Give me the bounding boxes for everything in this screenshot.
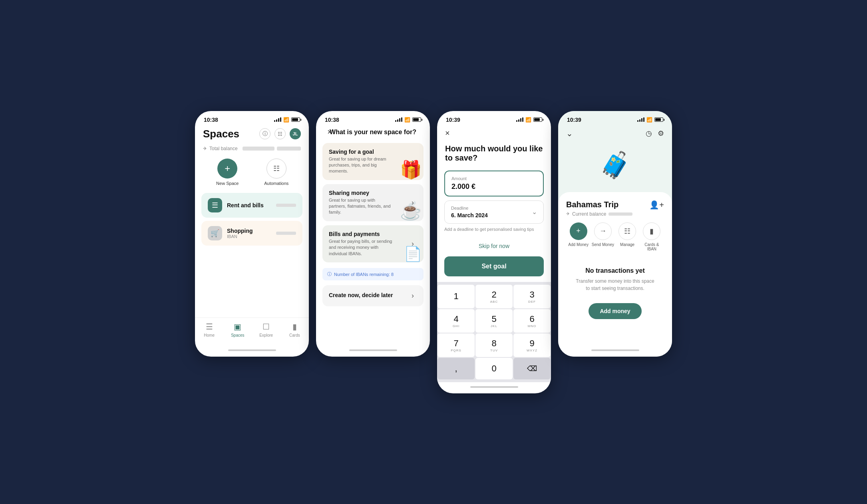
shopping-info: Shopping IBAN xyxy=(227,228,271,239)
no-transactions-section: No transactions yet Transfer some money … xyxy=(566,259,664,298)
screen3-question: How much would you like to save? xyxy=(437,142,551,169)
back-button[interactable]: × xyxy=(445,129,450,138)
rent-amount xyxy=(276,204,296,207)
iban-info-text: Number of IBANs remaining: 8 xyxy=(334,272,394,277)
option-saving[interactable]: Saving for a goal Great for saving up fo… xyxy=(322,143,424,180)
add-icon: + xyxy=(217,159,237,179)
new-space-action[interactable]: + New Space xyxy=(203,159,252,186)
status-bar-1: 10:38 📶 xyxy=(195,111,309,126)
add-money-button[interactable]: Add money xyxy=(589,303,641,319)
amount-field[interactable]: Amount 2.000 € xyxy=(444,171,544,196)
saving-desc: Great for saving up for dream purchases,… xyxy=(329,156,393,175)
deadline-chevron-icon: ⌄ xyxy=(532,208,537,216)
bills-title: Bills and payments xyxy=(329,231,408,237)
nav-explore-label: Explore xyxy=(259,333,273,337)
nav-explore[interactable]: ☐ Explore xyxy=(252,322,280,337)
cards-iban-action[interactable]: ▮ Cards & IBAN xyxy=(640,222,664,251)
time-3: 10:39 xyxy=(446,117,460,123)
key-2[interactable]: 2 ABC xyxy=(475,285,513,308)
nav-cards[interactable]: ▮ Cards xyxy=(280,322,309,337)
screen-amount: 10:39 📶 × How much would you like to sav… xyxy=(437,111,551,393)
new-space-label: New Space xyxy=(216,181,239,186)
key-0[interactable]: 0 xyxy=(475,358,513,379)
manage-action[interactable]: ☷ Manage xyxy=(615,222,640,251)
spaces-actions: + New Space ☷ Automations xyxy=(195,155,309,191)
automations-label: Automations xyxy=(264,181,288,186)
spaces-icon: ▣ xyxy=(234,322,241,331)
key-7[interactable]: 7 PQRS xyxy=(437,333,475,357)
signal-icon-2 xyxy=(395,117,402,122)
key-4[interactable]: 4 GHI xyxy=(437,309,475,333)
delete-icon: ⌫ xyxy=(527,364,537,373)
deadline-field[interactable]: Deadline 6. March 2024 ⌄ xyxy=(444,200,544,224)
split-icon[interactable]: ☷ xyxy=(274,128,286,139)
shopping-amount xyxy=(276,232,296,235)
space-item-rent[interactable]: ☰ Rent and bills xyxy=(201,193,302,218)
key-9-sub: WXYZ xyxy=(527,349,537,352)
avatar[interactable]: JL xyxy=(290,128,301,139)
signal-icon-4 xyxy=(637,117,644,122)
key-0-main: 0 xyxy=(491,363,496,374)
nav-spaces-label: Spaces xyxy=(231,333,244,337)
key-4-main: 4 xyxy=(453,314,458,324)
key-delete[interactable]: ⌫ xyxy=(513,358,551,379)
info-icon[interactable]: ⓘ xyxy=(259,128,270,139)
home-indicator-1 xyxy=(195,345,309,357)
wifi-icon-3: 📶 xyxy=(525,117,531,123)
nav-spaces[interactable]: ▣ Spaces xyxy=(223,322,252,337)
option-sharing[interactable]: Sharing money Great for saving up with p… xyxy=(322,184,424,221)
shopping-sub: IBAN xyxy=(227,234,271,239)
manage-label: Manage xyxy=(620,242,634,247)
key-1[interactable]: 1 xyxy=(437,285,475,308)
time-1: 10:38 xyxy=(204,117,218,123)
key-5[interactable]: 5 JKL xyxy=(475,309,513,333)
send-money-action[interactable]: → Send Money xyxy=(591,222,615,251)
clock-icon[interactable]: ◷ xyxy=(646,129,652,138)
numpad-row-2: 4 GHI 5 JKL 6 MNO xyxy=(437,309,551,333)
status-bar-3: 10:39 📶 xyxy=(437,111,551,126)
saving-title: Saving for a goal xyxy=(329,149,408,155)
explore-icon: ☐ xyxy=(262,322,270,331)
balance-blurred xyxy=(243,147,274,151)
key-7-sub: PQRS xyxy=(451,349,461,352)
chevron-down-icon[interactable]: ⌄ xyxy=(566,129,573,138)
key-2-sub: ABC xyxy=(490,300,498,304)
bills-arrow-icon: › xyxy=(412,240,414,248)
key-8[interactable]: 8 TUV xyxy=(475,333,513,357)
skip-link[interactable]: Skip for now xyxy=(437,237,551,255)
add-money-icon: + xyxy=(570,222,587,240)
send-money-icon: → xyxy=(594,222,612,240)
bills-content: Bills and payments Great for paying bill… xyxy=(329,231,408,257)
nav-home[interactable]: ☰ Home xyxy=(195,322,223,337)
option-bills[interactable]: Bills and payments Great for paying bill… xyxy=(322,225,424,262)
automations-action[interactable]: ☷ Automations xyxy=(252,159,301,186)
key-8-main: 8 xyxy=(491,338,496,349)
key-6[interactable]: 6 MNO xyxy=(513,309,551,333)
status-icons-3: 📶 xyxy=(516,117,542,123)
no-tx-title: No transactions yet xyxy=(574,267,656,274)
plane-icon: ✈ xyxy=(203,146,207,151)
deadline-label: Deadline xyxy=(451,206,488,210)
key-9[interactable]: 9 WXYZ xyxy=(513,333,551,357)
key-9-main: 9 xyxy=(529,338,534,349)
shopping-icon: 🛒 xyxy=(208,226,222,240)
bills-desc: Great for paying bills, or sending and r… xyxy=(329,238,393,257)
close-button[interactable]: × xyxy=(324,127,335,138)
numpad: 1 2 ABC 3 DEF 4 GHI 5 JKL xyxy=(437,282,551,382)
saving-content: Saving for a goal Great for saving up fo… xyxy=(329,149,408,175)
luggage-icon: 🧳 xyxy=(599,150,631,180)
space-item-shopping[interactable]: 🛒 Shopping IBAN xyxy=(201,221,302,246)
settings-icon[interactable]: ⚙ xyxy=(658,129,664,138)
balance-value xyxy=(277,147,301,151)
set-goal-button[interactable]: Set goal xyxy=(444,256,544,276)
total-balance-label: Total balance xyxy=(209,146,238,151)
key-3[interactable]: 3 DEF xyxy=(513,285,551,308)
status-bar-2: 10:38 📶 xyxy=(316,111,430,126)
rent-name: Rent and bills xyxy=(227,202,271,208)
create-later-option[interactable]: Create now, decide later › xyxy=(322,285,424,306)
key-comma[interactable]: , xyxy=(437,358,475,379)
add-money-action[interactable]: + Add Money xyxy=(566,222,591,251)
battery-icon xyxy=(291,117,300,122)
iban-info-bar: ⓘ Number of IBANs remaining: 8 xyxy=(322,268,424,280)
add-person-icon[interactable]: 👤+ xyxy=(649,200,664,210)
